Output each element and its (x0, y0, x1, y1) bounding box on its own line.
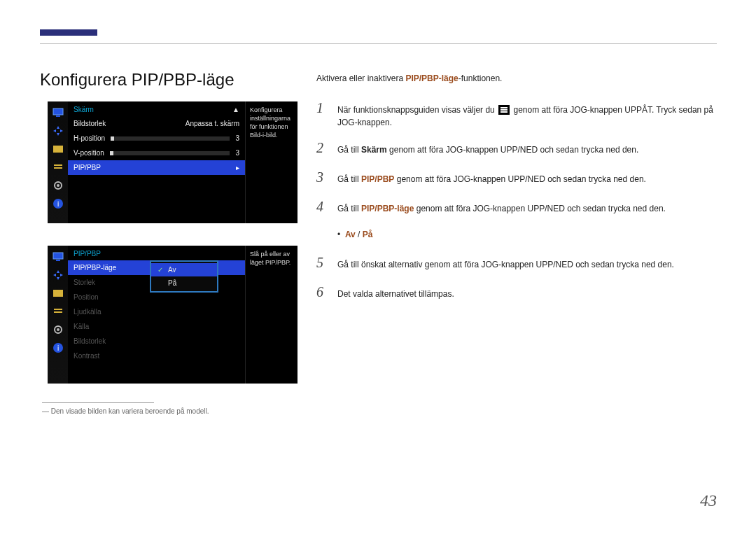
up-arrow-icon: ▲ (232, 106, 239, 113)
row-value: 3 (235, 134, 239, 142)
info-icon: i (51, 341, 65, 355)
svg-marker-15 (57, 270, 59, 273)
slider (111, 136, 230, 141)
row-value: 3 (235, 149, 239, 157)
osd-pippbp-panel: i PIP/PBP PIP/PBP-läge Storlek Position … (48, 246, 298, 384)
bullet-options: • Av / På (337, 228, 719, 241)
popup-option-av[interactable]: ✓ Av (151, 263, 217, 276)
svg-marker-16 (57, 277, 59, 280)
step-text: Gå till PIP/PBP genom att föra JOG-knapp… (337, 173, 719, 185)
step-1: 1 När funktionsknappsguiden visas väljer… (316, 97, 719, 129)
svg-marker-17 (53, 274, 56, 276)
row-label: H-position (74, 134, 105, 142)
svg-rect-1 (56, 115, 60, 117)
instructions-column: Aktivera eller inaktivera PIP/PBP-läge-f… (316, 72, 719, 302)
step-number: 4 (316, 196, 329, 217)
svg-rect-13 (53, 253, 63, 259)
gear-icon (51, 178, 65, 192)
gear-icon (51, 323, 65, 337)
step-text: Gå till önskat alternativ genom att föra… (337, 258, 719, 271)
osd-header-label: Skärm (74, 106, 94, 113)
options-icon (51, 160, 65, 174)
osd-row-pippbp[interactable]: PIP/PBP ▸ (68, 160, 245, 175)
osd-skarm-panel: i Skärm ▲ Bildstorlek Anpassa t. skärm H… (48, 101, 298, 223)
check-icon: ✓ (157, 266, 164, 274)
osd-row-hposition[interactable]: H-position 3 (68, 131, 245, 146)
osd-help-text: Slå på eller av läget PIP/PBP. (245, 246, 298, 384)
step-text: Gå till Skärm genom att föra JOG-knappen… (337, 143, 719, 156)
osd-help-text: Konfigurera inställningarna för funktion… (245, 101, 298, 223)
svg-marker-3 (57, 133, 59, 136)
step-4: 4 Gå till PIP/PBP-läge genom att föra JO… (316, 196, 719, 217)
svg-marker-2 (57, 126, 59, 129)
osd-header: Skärm ▲ (68, 101, 245, 116)
osd-main: Skärm ▲ Bildstorlek Anpassa t. skärm H-p… (68, 101, 245, 223)
top-rule (40, 43, 717, 44)
picture-icon (51, 142, 65, 156)
step-text: Gå till PIP/PBP-läge genom att föra JOG-… (337, 202, 719, 215)
page-title: Konfigurera PIP/PBP-läge (40, 70, 234, 90)
monitor-icon (51, 106, 65, 120)
options-icon (51, 304, 65, 318)
info-icon: i (51, 197, 65, 211)
page-number: 43 (700, 491, 717, 510)
step-text: Det valda alternativet tillämpas. (337, 288, 719, 300)
osd-row-kontrast: Kontrast (68, 349, 245, 363)
option-label: Av (168, 266, 176, 274)
chapter-marker (40, 29, 97, 36)
svg-text:i: i (57, 200, 58, 208)
step-number: 5 (316, 252, 329, 273)
row-label: PIP/PBP (74, 164, 101, 171)
popup-option-pa[interactable]: På (151, 276, 217, 290)
svg-rect-0 (53, 108, 63, 115)
option-label: På (168, 279, 176, 287)
dpad-icon (51, 124, 65, 138)
footnote-rule (42, 402, 154, 403)
step-number: 3 (316, 167, 329, 188)
footnote: ― Den visade bilden kan variera beroende… (42, 407, 209, 415)
svg-marker-5 (60, 129, 63, 132)
step-number: 1 (316, 97, 329, 118)
svg-point-23 (57, 328, 59, 331)
row-label: PIP/PBP-läge (74, 264, 116, 272)
slider (110, 151, 230, 155)
osd-header-label: PIP/PBP (74, 250, 101, 258)
row-value: Anpassa t. skärm (186, 120, 239, 127)
svg-rect-8 (54, 167, 62, 169)
step-6: 6 Det valda alternativet tillämpas. (316, 281, 719, 302)
row-label: Bildstorlek (74, 120, 106, 127)
step-number: 2 (316, 137, 329, 158)
svg-rect-6 (53, 146, 63, 153)
osd-row-bildstorlek: Bildstorlek (68, 334, 245, 349)
intro-text: Aktivera eller inaktivera PIP/PBP-läge-f… (316, 72, 719, 85)
picture-icon (51, 286, 65, 300)
svg-rect-19 (53, 290, 63, 297)
svg-marker-18 (60, 274, 63, 276)
svg-rect-7 (54, 164, 62, 166)
osd-main: PIP/PBP PIP/PBP-läge Storlek Position Lj… (68, 246, 245, 384)
osd-header: PIP/PBP (68, 246, 245, 260)
osd-row-ljudkalla: Ljudkälla (68, 304, 245, 319)
step-2: 2 Gå till Skärm genom att föra JOG-knapp… (316, 137, 719, 158)
osd-row-bildstorlek[interactable]: Bildstorlek Anpassa t. skärm (68, 116, 245, 131)
step-number: 6 (316, 281, 329, 302)
svg-rect-20 (54, 309, 62, 310)
step-text: När funktionsknappsguiden visas väljer d… (337, 104, 719, 129)
osd-iconbar: i (48, 246, 68, 384)
svg-rect-21 (54, 311, 62, 313)
svg-point-10 (57, 184, 59, 187)
step-3: 3 Gå till PIP/PBP genom att föra JOG-kna… (316, 167, 719, 188)
svg-rect-14 (56, 260, 60, 261)
mode-popup: ✓ Av På (150, 260, 218, 293)
dpad-icon (51, 268, 65, 282)
svg-text:i: i (57, 344, 58, 352)
osd-row-vposition[interactable]: V-position 3 (68, 146, 245, 160)
osd-iconbar: i (48, 101, 68, 223)
svg-marker-4 (53, 129, 56, 132)
row-label: V-position (74, 149, 104, 157)
menu-icon (498, 105, 510, 115)
monitor-icon (51, 250, 65, 264)
chevron-right-icon: ▸ (236, 164, 239, 171)
step-5: 5 Gå till önskat alternativ genom att fö… (316, 252, 719, 273)
osd-row-kalla: Källa (68, 319, 245, 334)
